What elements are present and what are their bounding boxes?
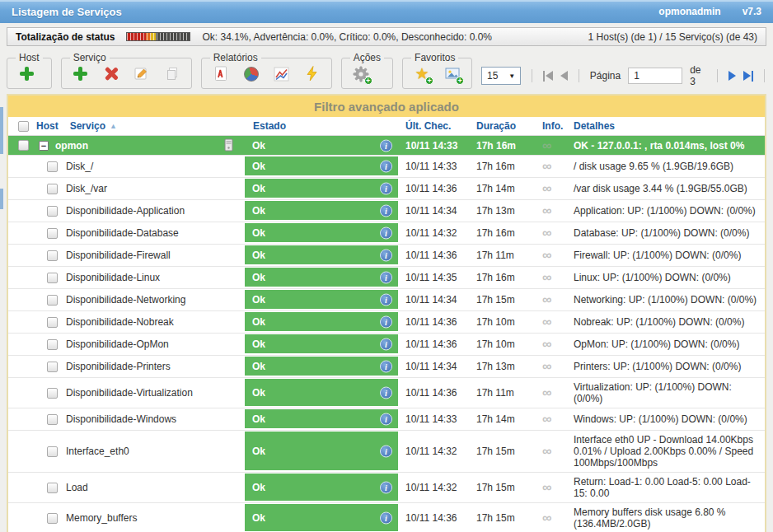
fast-report-button[interactable] [304,66,321,82]
info-icon[interactable]: i [380,226,392,239]
info-icon[interactable]: i [380,338,392,350]
table-row: Disponibilidade-Application Ok i 10/11 1… [8,200,765,222]
link-icon[interactable]: ∞ [542,162,551,170]
service-name-link[interactable]: Disponibilidade-OpMon [66,338,169,350]
link-icon[interactable]: ∞ [542,415,551,423]
row-checkbox[interactable] [47,388,58,399]
side-panel-handle[interactable] [0,107,3,154]
add-favorite-view-button[interactable] [444,66,461,82]
column-header-service[interactable]: Serviço [70,120,105,132]
row-checkbox[interactable] [47,513,58,524]
row-checkbox[interactable] [47,273,58,283]
column-header-details[interactable]: Detalhes [568,120,765,132]
row-checkbox[interactable] [47,414,58,425]
plus-badge-icon [425,77,433,85]
info-icon[interactable]: i [380,249,392,261]
row-checkbox[interactable] [47,483,58,493]
row-checkbox[interactable] [47,446,58,457]
add-service-button[interactable] [73,66,89,82]
service-name-link[interactable]: Disponibilidade-Firewall [66,250,171,261]
column-header-host[interactable]: Host [36,120,59,132]
host-checkbox[interactable] [18,140,29,151]
add-favorite-button[interactable]: ★ [414,66,430,82]
link-icon[interactable]: ∞ [542,362,551,371]
service-name-link[interactable]: Disk_/var [66,183,107,194]
info-icon[interactable]: i [380,182,392,194]
link-icon[interactable]: ∞ [542,296,551,304]
prev-page-button[interactable] [560,71,568,81]
row-checkbox[interactable] [47,339,58,350]
service-name-link[interactable]: Interface_eth0 [66,446,129,457]
delete-service-button[interactable] [103,66,119,82]
info-icon[interactable]: i [380,315,392,328]
collapse-icon[interactable]: − [39,141,49,151]
service-name-link[interactable]: Disponibilidade-Printers [66,361,171,372]
next-page-button[interactable] [728,71,736,81]
table-row: Disponibilidade-Printers Ok i 10/11 14:3… [8,356,765,378]
service-name-link[interactable]: Disponibilidade-Virtualization [66,387,193,399]
link-icon[interactable]: ∞ [542,229,551,237]
first-page-button[interactable] [543,71,553,82]
info-icon[interactable]: i [380,139,392,152]
info-icon[interactable]: i [380,204,392,217]
service-name-link[interactable]: Disponibilidade-Networking [66,294,185,306]
copy-service-button[interactable] [164,66,180,82]
link-icon[interactable]: ∞ [542,389,551,397]
link-icon[interactable]: ∞ [542,340,551,348]
link-icon[interactable]: ∞ [542,447,551,455]
select-all-checkbox[interactable] [18,121,29,132]
link-icon[interactable]: ∞ [542,207,551,215]
pie-report-button[interactable] [243,66,260,82]
info-icon[interactable]: i [380,360,392,372]
column-header-info[interactable]: Info. [536,120,568,132]
duration: 17h 15m [471,294,536,306]
service-name-link[interactable]: Disponibilidade-Database [66,227,179,239]
service-name-link[interactable]: Disponibilidade-Nobreak [66,316,174,328]
info-icon[interactable]: i [380,271,392,283]
service-name-link[interactable]: Disk_/ [66,161,93,172]
duration: 17h 15m [471,512,536,524]
edit-service-button[interactable] [134,66,150,82]
add-action-button[interactable] [353,66,369,82]
link-icon[interactable]: ∞ [542,142,551,150]
page-size-select[interactable]: 15 ▼ [481,67,521,85]
chart-report-button[interactable] [274,66,290,82]
service-name-link[interactable]: Load [66,482,88,493]
link-icon[interactable]: ∞ [542,251,551,259]
row-checkbox[interactable] [47,317,58,328]
row-checkbox[interactable] [47,362,58,372]
add-host-button[interactable] [18,66,35,82]
details-text: Database: UP: (1/100%) DOWN: (0/0%) [568,224,765,242]
info-icon[interactable]: i [380,511,392,524]
service-name-link[interactable]: Disponibilidade-Linux [66,272,160,283]
column-header-duration[interactable]: Duração [471,120,536,132]
info-icon[interactable]: i [380,160,392,172]
link-icon[interactable]: ∞ [542,318,551,326]
side-panel-handle[interactable] [0,189,3,209]
info-icon[interactable]: i [380,481,392,493]
row-checkbox[interactable] [47,161,58,172]
service-name-link[interactable]: Memory_buffers [66,512,137,524]
link-icon[interactable]: ∞ [542,483,551,492]
row-checkbox[interactable] [47,184,58,194]
row-checkbox[interactable] [47,206,58,217]
column-header-last-check[interactable]: Últ. Chec. [400,120,471,132]
link-icon[interactable]: ∞ [542,273,551,282]
link-icon[interactable]: ∞ [542,184,551,193]
page-number-input[interactable] [628,68,682,84]
host-name-link[interactable]: opmon [55,140,88,152]
row-checkbox[interactable] [47,250,58,261]
info-icon[interactable]: i [380,386,392,399]
info-icon[interactable]: i [380,413,392,425]
row-checkbox[interactable] [47,295,58,306]
logged-user[interactable]: opmonadmin [658,6,720,17]
last-page-button[interactable] [743,71,753,82]
info-icon[interactable]: i [380,445,392,457]
row-checkbox[interactable] [47,228,58,239]
info-icon[interactable]: i [380,293,392,306]
service-name-link[interactable]: Disponibilidade-Windows [66,413,176,425]
link-icon[interactable]: ∞ [542,514,551,522]
pdf-report-button[interactable] [213,66,229,82]
service-name-link[interactable]: Disponibilidade-Application [66,205,185,217]
column-header-state[interactable]: Estado [245,120,400,132]
